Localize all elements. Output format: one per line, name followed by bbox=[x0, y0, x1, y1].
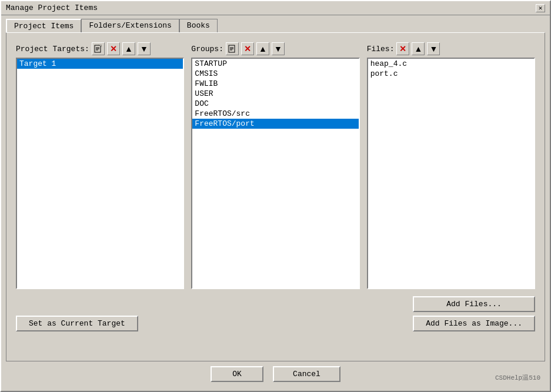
files-panel: Files: ✕ ▲ ▼ heap_4.cport.c bbox=[367, 42, 535, 289]
list-item[interactable]: FreeRTOS/src bbox=[192, 109, 358, 119]
manage-project-dialog: Manage Project Items ✕ Project Items Fol… bbox=[0, 0, 551, 392]
groups-list[interactable]: STARTUPCMSISFWLIBUSERDOCFreeRTOS/srcFree… bbox=[191, 58, 359, 289]
list-item[interactable]: FWLIB bbox=[192, 79, 358, 89]
project-targets-panel: Project Targets: ✕ ▲ bbox=[16, 42, 184, 289]
list-item[interactable]: Target 1 bbox=[17, 59, 183, 69]
list-item[interactable]: FreeRTOS/port bbox=[192, 119, 358, 129]
up-icon: ▲ bbox=[259, 44, 267, 53]
project-targets-delete-button[interactable]: ✕ bbox=[107, 42, 120, 55]
list-item[interactable]: CMSIS bbox=[192, 69, 358, 79]
groups-header: Groups: ✕ ▲ bbox=[191, 42, 359, 55]
tab-project-items[interactable]: Project Items bbox=[6, 19, 81, 32]
add-files-button[interactable]: Add Files... bbox=[413, 296, 535, 312]
tab-folders-extensions[interactable]: Folders/Extensions bbox=[81, 19, 179, 32]
dialog-title: Manage Project Items bbox=[6, 4, 98, 12]
up-icon: ▲ bbox=[125, 44, 133, 53]
delete-icon: ✕ bbox=[110, 44, 117, 53]
files-up-button[interactable]: ▲ bbox=[412, 42, 425, 55]
files-header: Files: ✕ ▲ ▼ bbox=[367, 42, 535, 55]
delete-icon: ✕ bbox=[244, 44, 251, 53]
project-targets-up-button[interactable]: ▲ bbox=[122, 42, 135, 55]
new-icon bbox=[228, 45, 236, 53]
down-icon: ▼ bbox=[140, 44, 148, 53]
list-item[interactable]: heap_4.c bbox=[368, 59, 534, 69]
files-label: Files: bbox=[367, 45, 395, 53]
new-icon bbox=[94, 45, 102, 53]
files-down-button[interactable]: ▼ bbox=[427, 42, 440, 55]
svg-marker-4 bbox=[99, 45, 101, 47]
tab-content: Project Targets: ✕ ▲ bbox=[6, 32, 545, 361]
groups-delete-button[interactable]: ✕ bbox=[241, 42, 254, 55]
groups-down-button[interactable]: ▼ bbox=[272, 42, 285, 55]
files-list[interactable]: heap_4.cport.c bbox=[367, 58, 535, 289]
down-icon: ▼ bbox=[274, 44, 282, 53]
close-button[interactable]: ✕ bbox=[536, 4, 545, 12]
files-action-buttons: Add Files... Add Files as Image... bbox=[413, 296, 535, 331]
down-icon: ▼ bbox=[430, 44, 438, 53]
project-targets-new-button[interactable] bbox=[92, 42, 105, 55]
tab-books[interactable]: Books bbox=[179, 19, 218, 32]
project-targets-label: Project Targets: bbox=[16, 45, 89, 53]
cancel-button[interactable]: Cancel bbox=[273, 366, 340, 382]
groups-up-button[interactable]: ▲ bbox=[256, 42, 269, 55]
dialog-footer: OK Cancel CSDHelp温510 bbox=[1, 361, 550, 387]
project-targets-header: Project Targets: ✕ ▲ bbox=[16, 42, 184, 55]
groups-new-button[interactable] bbox=[226, 42, 239, 55]
set-current-target-button[interactable]: Set as Current Target bbox=[16, 316, 138, 331]
watermark-text: CSDHelp温510 bbox=[495, 373, 540, 382]
add-files-as-image-button[interactable]: Add Files as Image... bbox=[413, 316, 535, 331]
tab-bar: Project Items Folders/Extensions Books bbox=[1, 15, 550, 32]
list-item[interactable]: USER bbox=[192, 89, 358, 99]
list-item[interactable]: DOC bbox=[192, 99, 358, 109]
project-targets-down-button[interactable]: ▼ bbox=[138, 42, 151, 55]
files-delete-button[interactable]: ✕ bbox=[396, 42, 409, 55]
list-item[interactable]: port.c bbox=[368, 69, 534, 79]
list-item[interactable]: STARTUP bbox=[192, 59, 358, 69]
groups-label: Groups: bbox=[191, 45, 223, 53]
bottom-section: Set as Current Target Add Files... Add F… bbox=[16, 296, 535, 331]
ok-button[interactable]: OK bbox=[211, 366, 263, 382]
title-bar: Manage Project Items ✕ bbox=[1, 1, 550, 15]
panels-row: Project Targets: ✕ ▲ bbox=[16, 42, 535, 289]
project-targets-list[interactable]: Target 1 bbox=[16, 58, 184, 289]
groups-panel: Groups: ✕ ▲ bbox=[191, 42, 359, 289]
up-icon: ▲ bbox=[415, 44, 423, 53]
delete-icon: ✕ bbox=[399, 44, 406, 53]
